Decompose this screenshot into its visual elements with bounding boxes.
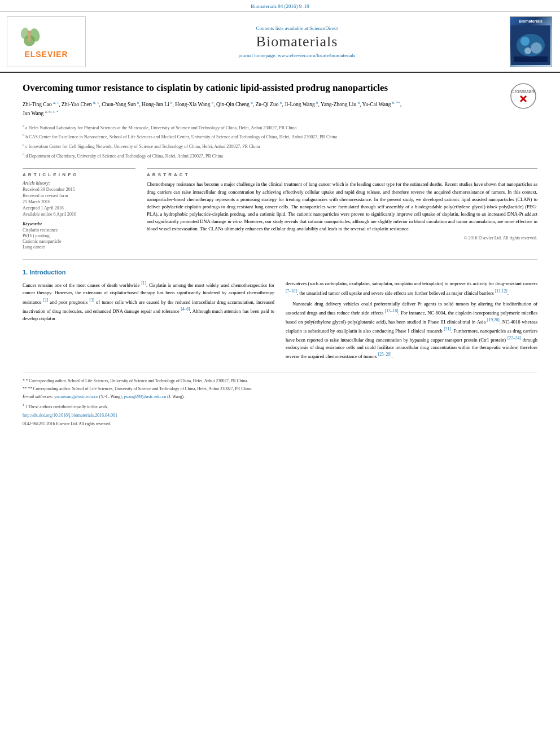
affiliation-c: c c Innovation Center for Cell Signaling… [23, 142, 537, 150]
received-date: Received 30 December 2015 [23, 187, 135, 192]
email-line: E-mail addresses: yucaiwang@ustc.edu.cn … [23, 394, 537, 400]
article-info-col: A R T I C L E I N F O Article history: R… [23, 168, 135, 250]
doi-link[interactable]: http://dx.doi.org/10.1016/j.biomaterials… [23, 413, 117, 418]
affiliation-d: d d Department of Chemistry, University … [23, 151, 537, 160]
email-2[interactable]: jwang699@ustc.edu.cn [124, 394, 166, 399]
authors-line: Zhi-Ting Cao a, 1, Zhi-Yao Chen b, 1, Ch… [23, 100, 537, 119]
corresponding-note-1: * * Corresponding author. School of Life… [23, 378, 537, 384]
svg-point-11 [511, 84, 536, 108]
article-info-box: A R T I C L E I N F O Article history: R… [23, 168, 135, 250]
svg-rect-10 [514, 56, 548, 62]
corresponding-note-2: ** ** Corresponding author. School of Li… [23, 386, 537, 392]
abstract-section: A B S T R A C T Chemotherapy resistance … [147, 168, 537, 240]
cover-image-area: Biomaterials [508, 16, 553, 67]
available-date: Available online 6 April 2016 [23, 212, 135, 217]
introduction-body: Cancer remains one of the most causes of… [23, 280, 537, 364]
received-revised-label: Received in revised form [23, 193, 135, 198]
intro-para-1: Cancer remains one of the most causes of… [23, 280, 274, 322]
journal-title: Biomaterials [256, 33, 338, 50]
affiliation-a: a a Hefei National Laboratory for Physic… [23, 123, 537, 132]
copyright-line: © 2016 Elsevier Ltd. All rights reserved… [147, 235, 537, 241]
journal-reference-text: Biomaterials 94 (2016) 9–19 [251, 3, 309, 9]
received-revised-date: 25 March 2016 [23, 199, 135, 204]
svg-point-7 [520, 37, 530, 46]
history-label: Article history: [23, 181, 135, 186]
svg-rect-3 [28, 35, 30, 42]
abstract-header: A B S T R A C T [147, 172, 537, 177]
elsevier-logo-area: ELSEVIER [7, 16, 86, 67]
intro-col-left: Cancer remains one of the most causes of… [23, 280, 274, 364]
elsevier-wordmark: ELSEVIER [24, 50, 68, 59]
article-content: Overcoming tumor resistance to cisplatin… [0, 73, 560, 438]
journal-reference-bar: Biomaterials 94 (2016) 9–19 [0, 0, 560, 12]
keyword-2: Pt(IV) prodrug [23, 233, 135, 238]
cover-journal-label: Biomaterials [519, 19, 542, 23]
section-divider [23, 259, 537, 260]
keyword-4: Lung cancer [23, 244, 135, 250]
svg-text:CrossMark: CrossMark [511, 89, 536, 94]
svg-point-8 [531, 42, 542, 54]
article-info-header: A R T I C L E I N F O [23, 172, 135, 177]
sciencedirect-link[interactable]: ScienceDirect [309, 25, 338, 31]
contents-available-text: Contents lists available at ScienceDirec… [256, 25, 338, 31]
introduction-title: 1. Introduction [23, 269, 537, 276]
intro-col-right: derivatives (such as carboplatin, oxalip… [286, 280, 537, 364]
intro-para-3: Nanoscale drug delivery vehicles could p… [286, 300, 537, 360]
affiliation-b: b b CAS Center for Excellence in Nanosci… [23, 132, 537, 141]
footer-notes: * * Corresponding author. School of Life… [23, 373, 537, 427]
keywords-label: Keywords: [23, 221, 135, 226]
intro-para-2: derivatives (such as carboplatin, oxalip… [286, 280, 537, 296]
svg-point-9 [524, 47, 531, 54]
accepted-date: Accepted 1 April 2016 [23, 206, 135, 211]
homepage-link[interactable]: www.elsevier.com/locate/biomaterials [278, 53, 355, 58]
journal-center: Contents lists available at ScienceDirec… [91, 16, 502, 67]
email-1[interactable]: yucaiwang@ustc.edu.cn [54, 394, 98, 399]
footnote-1: 1 1 These authors contributed equally to… [23, 402, 537, 410]
abstract-text: Chemotherapy resistance has become a maj… [147, 181, 537, 233]
affiliations: a a Hefei National Laboratory for Physic… [23, 123, 537, 160]
journal-homepage: journal homepage: www.elsevier.com/locat… [239, 53, 356, 58]
crossmark-badge[interactable]: CrossMark [509, 82, 537, 110]
keyword-3: Cationic nanoparticle [23, 239, 135, 244]
svg-point-4 [27, 30, 32, 35]
article-info-abstract-row: A R T I C L E I N F O Article history: R… [23, 168, 537, 250]
keyword-1: Cisplatin resistance [23, 228, 135, 233]
abstract-col: A B S T R A C T Chemotherapy resistance … [147, 168, 537, 250]
article-title: Overcoming tumor resistance to cisplatin… [23, 82, 537, 94]
elsevier-logo-img [18, 25, 75, 47]
footer-issn: 0142-9612/© 2016 Elsevier Ltd. All right… [23, 421, 537, 427]
journal-header: ELSEVIER Contents lists available at Sci… [0, 12, 560, 73]
introduction-section: 1. Introduction Cancer remains one of th… [23, 269, 537, 364]
article-history: Article history: Received 30 December 20… [23, 181, 135, 217]
page-wrapper: Biomaterials 94 (2016) 9–19 ELSEVIER [0, 0, 560, 747]
cover-image: Biomaterials [510, 16, 552, 67]
footer-doi: http://dx.doi.org/10.1016/j.biomaterials… [23, 412, 537, 419]
keywords-section: Keywords: Cisplatin resistance Pt(IV) pr… [23, 221, 135, 250]
